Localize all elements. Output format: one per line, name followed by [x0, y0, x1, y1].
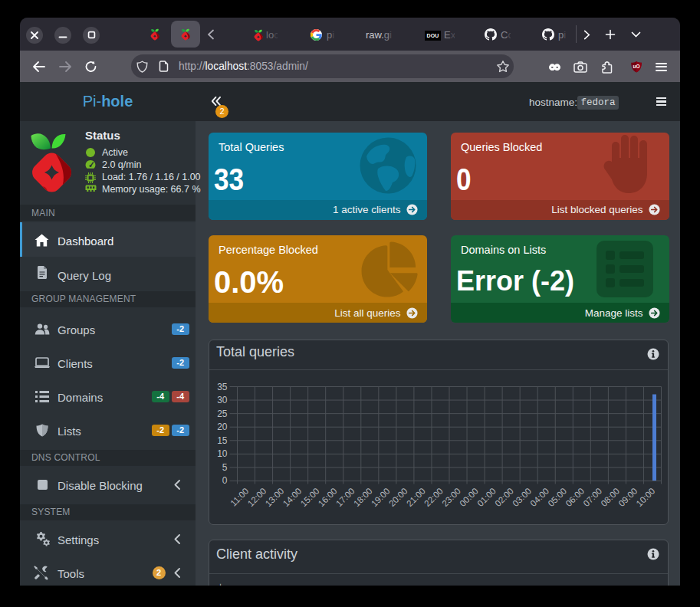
svg-text:10: 10	[217, 448, 228, 459]
svg-text:08:00: 08:00	[599, 486, 621, 508]
svg-text:12:00: 12:00	[246, 486, 268, 508]
svg-text:05:00: 05:00	[546, 486, 568, 508]
svg-text:15: 15	[217, 435, 228, 446]
svg-text:22:00: 22:00	[422, 486, 445, 508]
svg-text:23:00: 23:00	[440, 486, 462, 508]
svg-text:09:00: 09:00	[617, 486, 639, 508]
svg-text:07:00: 07:00	[581, 486, 603, 508]
svg-text:20:00: 20:00	[387, 486, 409, 508]
svg-text:25: 25	[217, 408, 228, 419]
svg-text:19:00: 19:00	[370, 486, 392, 508]
svg-text:30: 30	[217, 395, 228, 405]
svg-text:35: 35	[217, 382, 228, 392]
svg-text:uO: uO	[633, 64, 639, 69]
svg-text:20: 20	[217, 422, 228, 432]
svg-text:16:00: 16:00	[317, 486, 339, 508]
svg-text:21:00: 21:00	[405, 486, 427, 508]
svg-text:11:00: 11:00	[228, 486, 250, 507]
svg-text:01:00: 01:00	[475, 486, 498, 508]
svg-text:0: 0	[222, 475, 228, 486]
svg-text:06:00: 06:00	[564, 486, 586, 508]
svg-text:03:00: 03:00	[511, 486, 533, 508]
svg-text:17:00: 17:00	[334, 486, 357, 508]
svg-text:04:00: 04:00	[528, 486, 550, 508]
svg-text:10:00: 10:00	[635, 486, 657, 508]
svg-text:14:00: 14:00	[281, 486, 304, 508]
svg-text:13:00: 13:00	[264, 486, 286, 508]
svg-text:18:00: 18:00	[352, 486, 374, 508]
svg-text:00:00: 00:00	[458, 486, 480, 508]
svg-text:5: 5	[222, 462, 228, 473]
svg-text:02:00: 02:00	[493, 486, 515, 508]
svg-text:15:00: 15:00	[299, 486, 321, 508]
